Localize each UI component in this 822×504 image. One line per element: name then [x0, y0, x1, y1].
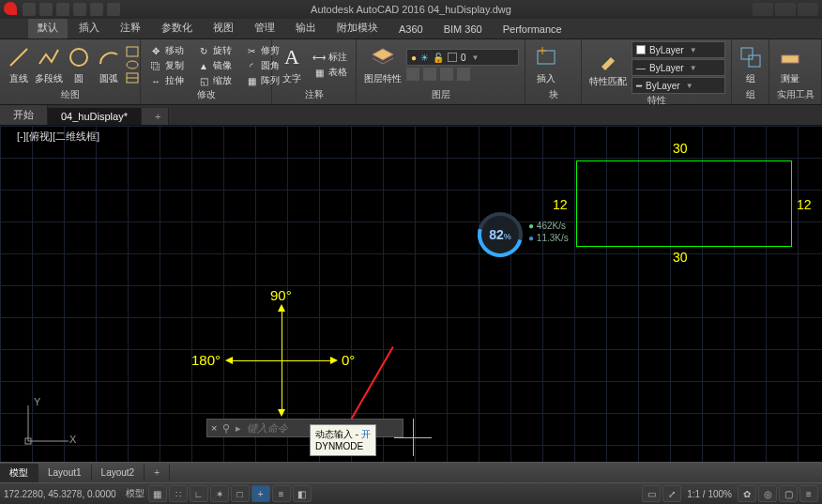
scale-readout[interactable]: 1:1 / 100%	[683, 489, 736, 499]
polar-toggle-icon[interactable]: ✶	[210, 485, 229, 502]
arc-icon	[96, 44, 122, 70]
customize-icon[interactable]: ≡	[799, 485, 818, 502]
osnap-toggle-icon[interactable]: □	[231, 485, 250, 502]
coordinates-readout[interactable]: 172.2280, 45.3278, 0.0000	[4, 489, 122, 499]
lineweight-dropdown[interactable]: —ByLayer▼	[632, 59, 725, 76]
move-icon: ✥	[149, 44, 162, 57]
arrow-down-icon	[278, 409, 285, 417]
arc-button[interactable]: 圆弧	[96, 42, 122, 87]
title-bar: Autodesk AutoCAD 2016 04_huDisplay.dwg	[0, 0, 822, 19]
chevron-down-icon: ▼	[472, 53, 480, 62]
text-button[interactable]: A文字	[278, 42, 306, 87]
file-tab-strip: 开始 04_huDisplay* +	[0, 105, 822, 126]
block-icon	[533, 44, 559, 70]
ribbon-tab-bim360[interactable]: BIM 360	[434, 21, 492, 38]
panel-title: 实用工具	[775, 88, 815, 102]
snap-toggle-icon[interactable]: ∷	[169, 485, 188, 502]
ribbon-tab-annotate[interactable]: 注释	[111, 18, 150, 38]
polyline-icon	[36, 44, 62, 70]
panel-annotation: A文字 ⟷标注 ▦表格 注释	[272, 39, 357, 104]
ucs-y: Y	[34, 396, 40, 407]
model-tab[interactable]: 模型	[0, 464, 38, 482]
transparency-toggle-icon[interactable]: ◧	[293, 485, 312, 502]
layer-props-button[interactable]: 图层特性	[362, 42, 403, 87]
circle-icon	[66, 44, 92, 70]
ribbon-tab-param[interactable]: 参数化	[152, 18, 202, 38]
ribbon-tab-addins[interactable]: 附加模块	[327, 18, 388, 38]
app-logo-icon	[4, 2, 17, 15]
annotation-scale-icon[interactable]: ⤢	[662, 485, 681, 502]
file-tab[interactable]: 04_huDisplay*	[48, 108, 142, 125]
text-icon: A	[279, 44, 305, 70]
table-button[interactable]: ▦表格	[310, 65, 350, 80]
layout-tab[interactable]: Layout2	[92, 465, 145, 481]
layer-tool-icon[interactable]	[406, 68, 419, 81]
color-dropdown[interactable]: ByLayer▼	[632, 41, 725, 58]
close-icon[interactable]: ×	[211, 422, 217, 434]
line-button[interactable]: 直线	[6, 42, 32, 87]
ribbon-tab-strip: 默认 插入 注释 参数化 视图 管理 输出 附加模块 A360 BIM 360 …	[0, 19, 822, 39]
copy-icon: ⿻	[149, 59, 162, 72]
model-toggle-icon[interactable]: ▭	[642, 485, 661, 502]
dynmode-toggle-icon[interactable]: +	[251, 485, 270, 502]
layer-tool-icon[interactable]	[423, 68, 436, 81]
layer-dropdown[interactable]: ● ☀ 🔓 0 ▼	[406, 49, 519, 66]
group-button[interactable]: 组	[738, 42, 764, 87]
chevron-right-icon: ▸	[236, 422, 241, 435]
linetype-dropdown[interactable]: ━ByLayer▼	[632, 77, 725, 94]
ribbon-tab-default[interactable]: 默认	[28, 18, 68, 38]
quick-access-toolbar[interactable]	[23, 3, 120, 16]
ribbon-tab-manage[interactable]: 管理	[245, 18, 284, 38]
isolate-icon[interactable]: ◎	[758, 485, 777, 502]
gear-icon[interactable]: ✿	[738, 485, 756, 502]
search-icon[interactable]: ⚲	[222, 422, 230, 435]
copy-button[interactable]: ⿻复制	[146, 58, 187, 73]
grid-toggle-icon[interactable]: ▦	[148, 485, 167, 502]
rect-icon[interactable]	[126, 46, 139, 57]
clean-screen-icon[interactable]: ▢	[779, 485, 798, 502]
measure-button[interactable]: 测量	[775, 42, 805, 87]
mirror-button[interactable]: ▲镜像	[194, 58, 235, 73]
hatch-icon[interactable]	[126, 72, 139, 84]
add-layout-button[interactable]: +	[145, 465, 170, 481]
dim-bottom: 30	[673, 250, 688, 265]
dim-right: 12	[797, 197, 812, 212]
insert-block-button[interactable]: 插入	[531, 42, 561, 87]
circle-button[interactable]: 圆	[66, 42, 92, 87]
viewport-label[interactable]: [-][俯视][二维线框]	[17, 130, 99, 144]
table-icon: ▦	[312, 66, 326, 79]
layout-tab-strip: 模型 Layout1 Layout2 +	[0, 462, 822, 482]
layer-tool-icon[interactable]	[457, 68, 470, 81]
status-model[interactable]: 模型	[126, 487, 145, 500]
polyline-button[interactable]: 多段线	[36, 42, 62, 87]
drawing-area[interactable]: [-][俯视][二维线框] 30 30 12 12 90° 90° 0° 180…	[0, 126, 822, 462]
layout-tab[interactable]: Layout1	[38, 465, 92, 481]
panel-title: 特性	[587, 94, 725, 108]
ribbon-tab-insert[interactable]: 插入	[69, 18, 109, 38]
array-icon: ▦	[245, 74, 258, 87]
arrow-up-icon	[278, 304, 285, 312]
stretch-button[interactable]: ↔拉伸	[146, 73, 187, 88]
svg-rect-6	[538, 51, 555, 64]
move-button[interactable]: ✥移动	[146, 43, 187, 58]
dim-button[interactable]: ⟷标注	[310, 50, 350, 65]
match-props-button[interactable]: 特性匹配	[587, 45, 628, 90]
window-controls[interactable]	[753, 3, 818, 16]
axis-horizontal	[230, 360, 333, 361]
lwt-toggle-icon[interactable]: ≡	[272, 485, 291, 502]
start-tab[interactable]: 开始	[0, 105, 48, 125]
new-tab-button[interactable]: +	[142, 108, 169, 125]
svg-rect-8	[749, 55, 760, 67]
lightbulb-icon: ●	[411, 53, 417, 63]
layer-tool-icon[interactable]	[440, 68, 453, 81]
panel-block: 插入 块	[525, 39, 582, 104]
scale-button[interactable]: ◱缩放	[194, 73, 235, 88]
ribbon-tab-perf[interactable]: Performance	[494, 21, 571, 38]
ortho-toggle-icon[interactable]: ∟	[190, 485, 208, 502]
ellipse-icon[interactable]	[126, 59, 139, 70]
ribbon-tab-output[interactable]: 输出	[286, 18, 326, 38]
panel-title: 组	[738, 88, 763, 102]
ribbon-tab-a360[interactable]: A360	[389, 21, 433, 38]
ribbon-tab-view[interactable]: 视图	[204, 18, 243, 38]
rotate-button[interactable]: ↻旋转	[194, 43, 235, 58]
